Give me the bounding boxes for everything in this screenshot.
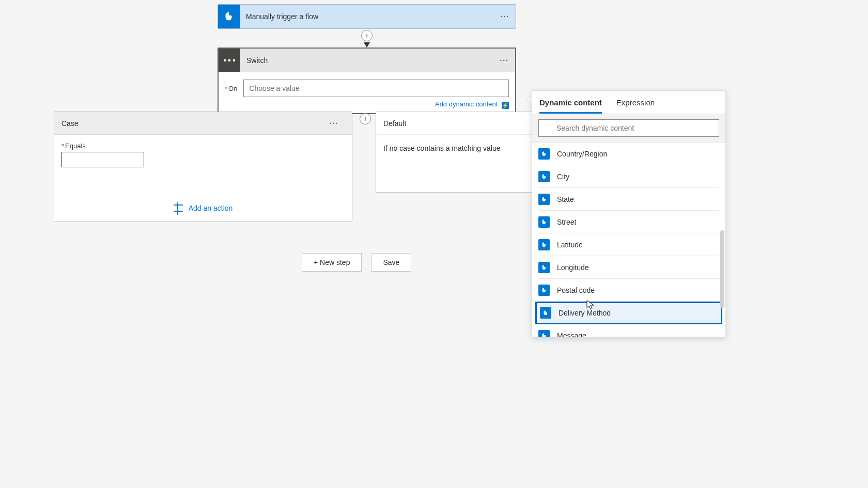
case-equals-input[interactable] bbox=[61, 152, 144, 167]
add-case-button[interactable]: + bbox=[360, 113, 371, 124]
dynamic-item[interactable]: Country/Region bbox=[538, 143, 719, 165]
dynamic-item-label: Longitude bbox=[557, 263, 589, 272]
case-add-action-link[interactable]: Add an action bbox=[189, 204, 233, 212]
dynamic-item[interactable]: State bbox=[538, 188, 719, 211]
scrollbar-thumb[interactable] bbox=[720, 230, 724, 308]
arrow-icon bbox=[364, 42, 370, 48]
svg-rect-0 bbox=[224, 59, 226, 61]
dynamic-item[interactable]: Latitude bbox=[538, 233, 719, 256]
dynamic-item-label: Street bbox=[557, 218, 576, 226]
dynamic-item-label: Message bbox=[557, 332, 586, 337]
switch-title: Switch bbox=[246, 56, 268, 65]
dynamic-item[interactable]: Longitude bbox=[538, 256, 719, 279]
dynamic-item-label: Delivery Method bbox=[559, 309, 611, 317]
trigger-token-icon bbox=[538, 285, 550, 296]
insert-step-button[interactable]: + bbox=[361, 30, 373, 41]
switch-header[interactable]: Switch ··· bbox=[219, 49, 515, 72]
dynamic-item-label: State bbox=[557, 195, 574, 203]
mouse-cursor-icon bbox=[586, 300, 595, 310]
trigger-menu-button[interactable]: ··· bbox=[500, 12, 509, 21]
switch-menu-button[interactable]: ··· bbox=[500, 56, 509, 65]
dynamic-item[interactable]: Street bbox=[538, 211, 719, 233]
dynamic-item-label: City bbox=[557, 172, 569, 181]
trigger-token-icon bbox=[538, 171, 550, 182]
case-header[interactable]: Case ··· bbox=[54, 112, 352, 135]
dynamic-content-list: Country/RegionCityStateStreetLatitudeLon… bbox=[532, 143, 725, 337]
add-dynamic-content-icon[interactable]: ⚡ bbox=[502, 102, 509, 109]
footer-buttons: + New step Save bbox=[302, 253, 411, 272]
tab-expression[interactable]: Expression bbox=[616, 98, 655, 114]
flow-canvas: Manually trigger a flow ··· + Switch ···… bbox=[0, 0, 868, 488]
trigger-title: Manually trigger a flow bbox=[246, 12, 318, 21]
case-card: Case ··· *Equals Add an action bbox=[54, 112, 352, 222]
trigger-icon bbox=[218, 5, 240, 28]
dynamic-item[interactable]: Postal code bbox=[538, 279, 719, 302]
trigger-token-icon bbox=[538, 216, 550, 228]
svg-rect-2 bbox=[233, 59, 235, 61]
trigger-token-icon bbox=[538, 194, 550, 205]
add-dynamic-content-link[interactable]: Add dynamic content bbox=[435, 100, 498, 108]
trigger-token-icon bbox=[538, 148, 550, 160]
dynamic-item[interactable]: City bbox=[538, 165, 719, 188]
dynamic-item[interactable]: Message bbox=[538, 324, 719, 337]
switch-card: Switch ··· *On Add dynamic content ⚡ bbox=[218, 48, 516, 114]
dynamic-item[interactable]: Delivery Method bbox=[535, 302, 722, 324]
dynamic-search-input[interactable] bbox=[538, 119, 719, 137]
switch-body: *On Add dynamic content ⚡ bbox=[219, 72, 515, 113]
add-action-icon bbox=[174, 204, 183, 212]
trigger-token-icon bbox=[540, 307, 551, 319]
tab-dynamic-content[interactable]: Dynamic content bbox=[539, 98, 602, 114]
trigger-token-icon bbox=[538, 330, 550, 337]
svg-rect-1 bbox=[228, 59, 230, 61]
trigger-token-icon bbox=[538, 239, 550, 250]
case-equals-label: *Equals bbox=[61, 142, 345, 150]
dynamic-item-label: Postal code bbox=[557, 286, 595, 294]
flyout-pointer bbox=[526, 96, 532, 104]
dynamic-item-label: Country/Region bbox=[557, 150, 607, 158]
dynamic-content-panel: Dynamic content Expression Country/Regio… bbox=[532, 90, 726, 337]
trigger-card[interactable]: Manually trigger a flow ··· bbox=[218, 4, 516, 29]
switch-icon bbox=[219, 49, 240, 72]
case-menu-button[interactable]: ··· bbox=[329, 119, 338, 128]
dynamic-item-label: Latitude bbox=[557, 241, 583, 249]
new-step-button[interactable]: + New step bbox=[302, 253, 362, 272]
switch-on-input[interactable] bbox=[243, 80, 509, 97]
switch-on-label: *On bbox=[225, 85, 237, 92]
case-title: Case bbox=[61, 119, 79, 128]
save-button[interactable]: Save bbox=[371, 253, 411, 272]
default-title: Default bbox=[383, 119, 406, 128]
trigger-token-icon bbox=[538, 262, 550, 273]
